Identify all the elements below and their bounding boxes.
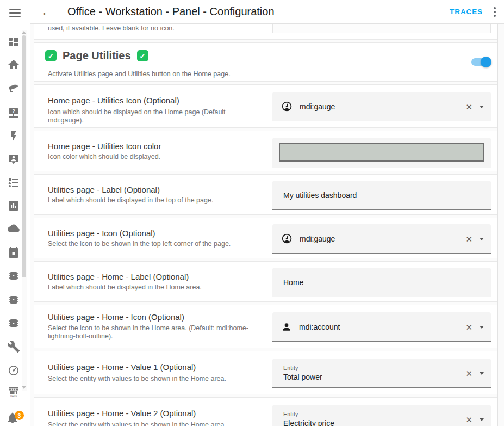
svg-text:HACS: HACS [10, 394, 17, 397]
sidebar-item-calendar[interactable] [7, 246, 20, 259]
sidebar-item-persons[interactable] [7, 153, 20, 166]
config-row-partial: used, if available. Leave blank for no i… [34, 24, 497, 40]
field-value: mdi:account [299, 323, 340, 331]
color-picker-field[interactable] [272, 138, 491, 168]
row-label: Utilities page - Home - Label (Optional) [48, 272, 189, 281]
sidebar-item-developer-tools[interactable] [7, 340, 20, 353]
clear-icon[interactable]: ✕ [465, 369, 472, 378]
calendar-icon [7, 246, 20, 259]
row-label: Utilities page - Icon (Optional) [48, 229, 155, 238]
text-field[interactable]: Home [272, 268, 491, 297]
clear-icon[interactable]: ✕ [465, 323, 472, 331]
account-icon [281, 322, 292, 332]
icon-picker-field[interactable]: mdi:account ✕ [272, 312, 491, 342]
config-row: Utilities page - Home - Value 1 (Optiona… [34, 351, 497, 394]
cloud-icon [7, 223, 20, 236]
row-description: Icon color which should be displayed. [48, 153, 261, 161]
field-value: mdi:gauge [300, 102, 335, 111]
app-header: ← Office - Workstation - Panel - Configu… [30, 0, 504, 24]
icon-picker-field[interactable]: mdi:gauge ✕ [272, 224, 491, 254]
main-scrollbar[interactable] [497, 24, 504, 426]
row-description: Select the icon to be shown in the top l… [48, 240, 261, 248]
row-label: Home page - Utilities Icon color [48, 141, 161, 151]
chip-icon [7, 293, 20, 306]
toggle-knob[interactable] [481, 57, 491, 67]
row-description: Label which should be displayed in the t… [48, 196, 261, 205]
sidebar-item-todo-lists[interactable] [7, 176, 20, 189]
clear-icon[interactable]: ✕ [465, 103, 472, 111]
sidebar-divider [0, 399, 30, 399]
chip-icon [7, 269, 20, 282]
section-page-utilities: ✓ Page Utilities ✓ Activate Utilities pa… [34, 42, 497, 82]
cctv-icon [7, 82, 20, 95]
chevron-down-icon[interactable] [480, 106, 484, 108]
svg-text:?: ? [12, 108, 15, 114]
config-row: Utilities page - Home - Label (Optional)… [34, 261, 497, 302]
sidebar-item-device-2[interactable] [7, 293, 20, 306]
row-description: used, if available. Leave blank for no i… [48, 24, 175, 32]
field-value: Total power [283, 373, 322, 381]
text-field[interactable] [272, 24, 491, 33]
back-button[interactable]: ← [41, 6, 53, 17]
sidebar-item-network[interactable]: ? [7, 106, 20, 119]
sidebar-item-cameras[interactable] [7, 82, 20, 95]
account-box-icon [7, 153, 20, 166]
lightning-bolt-icon [7, 129, 20, 143]
config-row: Home page - Utilities Icon color Icon co… [34, 131, 497, 171]
config-row: Home page - Utilities Icon (Optional) Ic… [34, 84, 497, 128]
chevron-down-icon[interactable] [480, 418, 484, 421]
sidebar-item-home[interactable] [7, 58, 20, 71]
home-icon [7, 58, 20, 71]
field-floating-label: Entity [283, 411, 334, 417]
sidebar-item-cloud[interactable] [7, 223, 20, 236]
todo-list-icon [7, 176, 20, 189]
section-title: Page Utilities [63, 50, 131, 62]
sidebar-item-statistics[interactable] [7, 199, 20, 212]
entity-picker-field[interactable]: Entity Electricity price ✕ [272, 405, 491, 426]
chart-box-icon [7, 199, 20, 212]
wrench-icon [7, 340, 20, 353]
hamburger-menu-icon[interactable] [9, 9, 21, 19]
sidebar-item-hacs[interactable]: HACS [7, 385, 20, 398]
sidebar-item-energy[interactable] [7, 129, 20, 143]
app-sidebar: ? HACS 3 [0, 0, 30, 426]
page-title: Office - Workstation - Panel - Configura… [67, 5, 275, 18]
field-value: Electricity price [283, 419, 334, 426]
sidebar-item-dashboard[interactable] [7, 35, 20, 48]
row-description: Select the entity with values to be show… [48, 421, 261, 426]
scroll-up-icon[interactable] [22, 31, 26, 34]
gauge-outline-icon [7, 364, 20, 377]
field-floating-label: Entity [283, 365, 322, 371]
row-label: Utilities page - Home - Value 1 (Optiona… [48, 362, 196, 372]
gauge-icon [281, 233, 293, 244]
config-row: Utilities page - Icon (Optional) Select … [34, 218, 497, 258]
sidebar-item-device-3[interactable] [7, 317, 20, 330]
clear-icon[interactable]: ✕ [465, 416, 472, 424]
entity-picker-field[interactable]: Entity Total power ✕ [272, 359, 491, 388]
row-label: Utilities page - Label (Optional) [48, 185, 160, 194]
hacs-store-icon: HACS [7, 385, 20, 398]
page-utilities-toggle[interactable] [471, 58, 490, 66]
sidebar-item-gauge[interactable] [7, 364, 20, 377]
traces-button[interactable]: TRACES [450, 8, 483, 16]
chevron-down-icon[interactable] [480, 238, 484, 240]
icon-picker-field[interactable]: mdi:gauge ✕ [272, 92, 491, 121]
sidebar-item-device-1[interactable] [7, 269, 20, 282]
notification-badge: 3 [15, 411, 24, 420]
color-swatch[interactable] [279, 143, 484, 162]
row-description: Select the entity with values to be show… [48, 375, 261, 383]
view-dashboard-icon [7, 35, 20, 48]
field-value: My utilities dashboard [283, 191, 357, 200]
row-label: Utilities page - Home - Icon (Optional) [48, 312, 184, 322]
chevron-down-icon[interactable] [480, 326, 484, 329]
row-description: Select the icon to be shown in the Home … [48, 324, 261, 341]
sidebar-scrollbar-thumb[interactable] [22, 35, 26, 277]
scroll-down-icon[interactable] [22, 386, 26, 389]
clear-icon[interactable]: ✕ [465, 235, 472, 243]
config-row: Utilities page - Label (Optional) Label … [34, 174, 497, 215]
network-help-icon: ? [7, 106, 20, 119]
overflow-menu-icon[interactable] [494, 7, 496, 17]
row-label: Home page - Utilities Icon (Optional) [48, 96, 179, 105]
text-field[interactable]: My utilities dashboard [272, 181, 491, 210]
chevron-down-icon[interactable] [480, 372, 484, 375]
